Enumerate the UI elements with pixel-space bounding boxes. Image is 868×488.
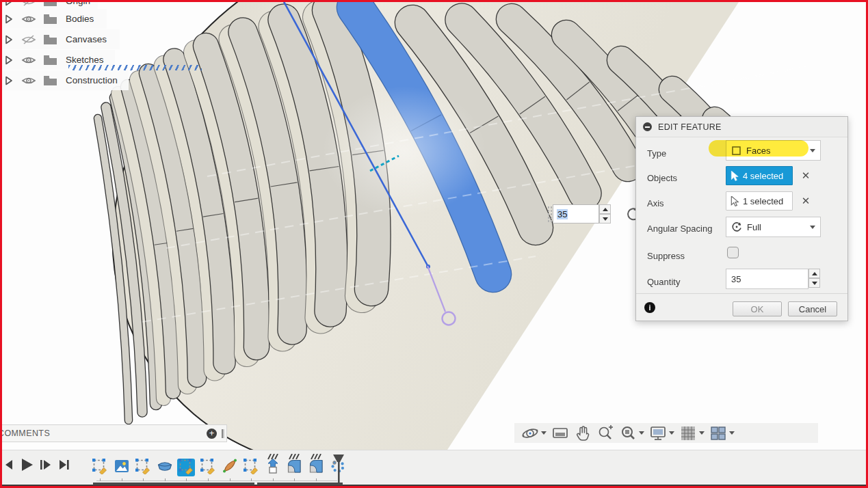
timeline-feature-fillet[interactable] xyxy=(307,459,325,476)
look-at-button[interactable] xyxy=(551,424,569,442)
timeline-tick xyxy=(208,478,209,481)
timeline-feature-extrude[interactable] xyxy=(264,459,282,476)
viewports-button[interactable] xyxy=(709,424,735,442)
pan-button[interactable] xyxy=(574,424,592,442)
browser-item-label: Canvases xyxy=(66,34,107,44)
step-forward-button[interactable] xyxy=(39,459,53,474)
orbit-button[interactable] xyxy=(521,424,547,442)
dialog-divider xyxy=(636,293,847,294)
browser-item-label: Origin xyxy=(66,2,90,6)
objects-value: 4 selected xyxy=(743,171,783,181)
quantity-field[interactable]: 35 xyxy=(726,269,808,289)
timeline-feature-sketch[interactable] xyxy=(177,459,195,476)
timeline-feature-canvas[interactable] xyxy=(113,459,131,476)
angular-spacing-label: Angular Spacing xyxy=(647,223,712,234)
timeline-tick xyxy=(273,478,274,481)
expand-arrow-icon[interactable] xyxy=(5,2,13,6)
browser-item-origin[interactable]: Origin xyxy=(2,2,98,9)
axis-value: 1 selected xyxy=(743,196,783,206)
quantity-field-spinner[interactable] xyxy=(808,269,820,288)
clear-axis-icon[interactable]: ✕ xyxy=(800,195,811,206)
cursor-icon xyxy=(731,171,739,181)
chevron-down-icon[interactable] xyxy=(669,431,674,435)
visibility-on-icon[interactable] xyxy=(21,75,36,86)
type-dropdown[interactable]: Faces xyxy=(726,140,821,161)
dialog-title: EDIT FEATURE xyxy=(658,122,722,132)
timeline-feature-sketch[interactable] xyxy=(199,459,217,476)
suppress-label: Suppress xyxy=(647,251,685,261)
browser-item-construction[interactable]: Construction xyxy=(2,70,129,90)
sketch-icon xyxy=(135,458,151,477)
dialog-header[interactable]: EDIT FEATURE xyxy=(636,117,847,137)
chevron-down-icon xyxy=(810,149,815,152)
expand-arrow-icon[interactable] xyxy=(5,35,13,44)
expand-arrow-icon[interactable] xyxy=(5,14,13,24)
expand-arrow-icon[interactable] xyxy=(5,55,13,65)
quantity-spinner[interactable] xyxy=(599,204,611,223)
go-to-start-button[interactable] xyxy=(2,459,14,474)
timeline-tick xyxy=(316,478,317,481)
orbit-icon xyxy=(521,424,539,442)
extrude-icon xyxy=(265,458,281,477)
timeline-tick xyxy=(100,478,101,481)
spinner-up-icon[interactable] xyxy=(599,204,611,214)
collapse-dialog-icon[interactable] xyxy=(643,122,652,131)
timeline-tick xyxy=(143,478,144,481)
pan-icon xyxy=(574,424,592,442)
fit-button[interactable] xyxy=(619,424,644,442)
visibility-on-icon[interactable] xyxy=(21,14,36,25)
axis-label: Axis xyxy=(647,198,664,208)
chevron-down-icon[interactable] xyxy=(699,431,705,435)
display-settings-button[interactable] xyxy=(649,424,674,442)
angular-spacing-dropdown[interactable]: Full xyxy=(726,217,821,237)
add-comment-icon[interactable]: + xyxy=(207,429,217,439)
zoom-button[interactable] xyxy=(596,424,614,442)
comments-label: COMMENTS xyxy=(2,429,50,438)
browser-item-label: Bodies xyxy=(66,14,94,24)
timeline-feature-sketch[interactable] xyxy=(242,459,260,476)
timeline-ruler xyxy=(96,480,337,481)
play-button[interactable] xyxy=(19,457,34,475)
chevron-down-icon[interactable] xyxy=(541,431,547,435)
spinner-up-icon[interactable] xyxy=(808,269,820,278)
spinner-down-icon[interactable] xyxy=(808,278,820,288)
chevron-down-icon[interactable] xyxy=(639,431,644,435)
timeline-feature-form[interactable] xyxy=(156,459,174,476)
ok-button[interactable]: OK xyxy=(733,301,782,316)
info-icon[interactable]: i xyxy=(644,302,655,313)
folder-icon xyxy=(43,55,57,66)
axis-selection-button[interactable]: 1 selected xyxy=(726,191,793,211)
timeline-feature-sketch[interactable] xyxy=(134,459,152,476)
timeline-feature-sketch[interactable] xyxy=(91,459,109,476)
visibility-on-icon[interactable] xyxy=(21,55,36,66)
drag-handle-icon[interactable] xyxy=(547,206,552,222)
timeline-group-bar[interactable] xyxy=(93,483,254,485)
spinner-down-icon[interactable] xyxy=(599,214,611,223)
go-to-end-button[interactable] xyxy=(57,459,71,474)
browser-item-canvases[interactable]: Canvases xyxy=(2,29,120,49)
browser-item-bodies[interactable]: Bodies xyxy=(2,9,107,29)
canvas-icon xyxy=(114,458,130,477)
sketch-icon xyxy=(243,458,259,477)
type-value: Faces xyxy=(746,146,770,156)
fillet-icon xyxy=(286,458,302,477)
cancel-button[interactable]: Cancel xyxy=(788,301,837,316)
timeline-tick xyxy=(122,478,122,481)
timeline-feature-surface-loft[interactable] xyxy=(221,459,239,476)
sketch-icon xyxy=(200,458,216,477)
chevron-down-icon[interactable] xyxy=(729,431,735,435)
panel-resize-grip[interactable] xyxy=(222,429,223,438)
timeline-group-bar[interactable] xyxy=(257,483,343,485)
timeline-feature-fillet[interactable] xyxy=(285,459,303,476)
clear-objects-icon[interactable]: ✕ xyxy=(800,170,811,181)
comments-panel[interactable]: COMMENTS + xyxy=(2,424,227,442)
timeline-position-marker[interactable] xyxy=(332,454,346,487)
pattern-quantity-input[interactable]: 35 xyxy=(553,204,599,223)
visibility-off-icon[interactable] xyxy=(21,34,36,45)
objects-selection-button[interactable]: 4 selected xyxy=(726,166,793,185)
visibility-off-icon[interactable] xyxy=(21,2,36,7)
sketch-drag-hatch xyxy=(68,65,202,70)
suppress-checkbox[interactable] xyxy=(727,247,739,258)
expand-arrow-icon[interactable] xyxy=(5,76,13,85)
grid-settings-button[interactable] xyxy=(679,424,705,442)
